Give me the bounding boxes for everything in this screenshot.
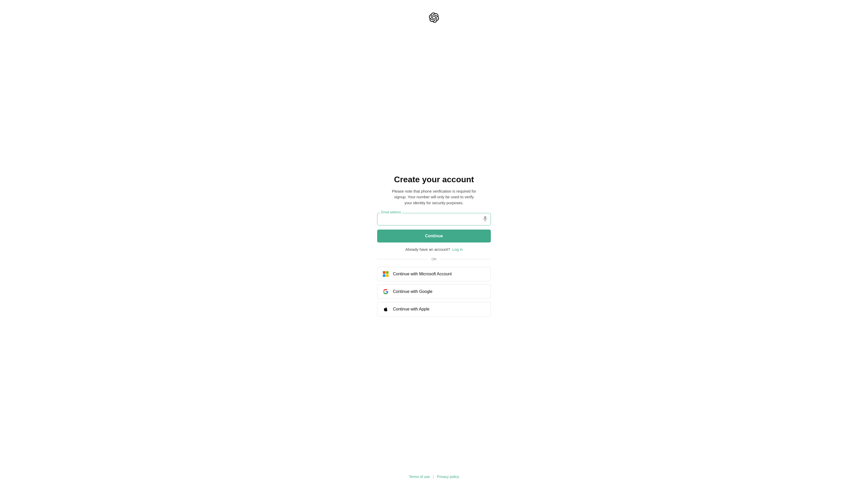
footer: Terms of use | Privacy policy — [404, 467, 464, 486]
main-content: Create your account Please note that pho… — [0, 24, 868, 467]
login-link[interactable]: Log in — [452, 247, 463, 252]
svg-rect-0 — [484, 216, 486, 220]
logo-container — [429, 12, 439, 24]
apple-icon — [382, 306, 389, 312]
email-input[interactable] — [377, 213, 491, 225]
google-icon — [382, 288, 389, 295]
openai-logo-icon — [429, 12, 439, 23]
terms-link[interactable]: Terms of use — [409, 475, 430, 479]
email-label: Email address — [380, 210, 402, 214]
apple-button[interactable]: Continue with Apple — [377, 302, 491, 316]
microphone-icon — [483, 216, 487, 222]
login-text: Already have an account? Log in — [405, 247, 463, 252]
page-subtitle: Please note that phone verification is r… — [390, 189, 478, 206]
divider-text: OR — [431, 257, 437, 261]
divider-line-right — [440, 259, 491, 259]
page-title: Create your account — [394, 175, 474, 184]
apple-button-label: Continue with Apple — [393, 307, 429, 312]
google-button-label: Continue with Google — [393, 289, 432, 294]
email-field-wrapper: Email address — [377, 213, 491, 225]
microsoft-button-label: Continue with Microsoft Account — [393, 272, 452, 276]
footer-separator: | — [433, 475, 434, 479]
privacy-link[interactable]: Privacy policy — [437, 475, 459, 479]
page-container: Create your account Please note that pho… — [0, 0, 868, 486]
microsoft-icon — [382, 271, 389, 277]
google-button[interactable]: Continue with Google — [377, 284, 491, 299]
divider-line-left — [377, 259, 428, 259]
continue-button[interactable]: Continue — [377, 230, 491, 242]
microsoft-button[interactable]: Continue with Microsoft Account — [377, 267, 491, 281]
form-container: Create your account Please note that pho… — [377, 175, 491, 317]
divider: OR — [377, 257, 491, 261]
